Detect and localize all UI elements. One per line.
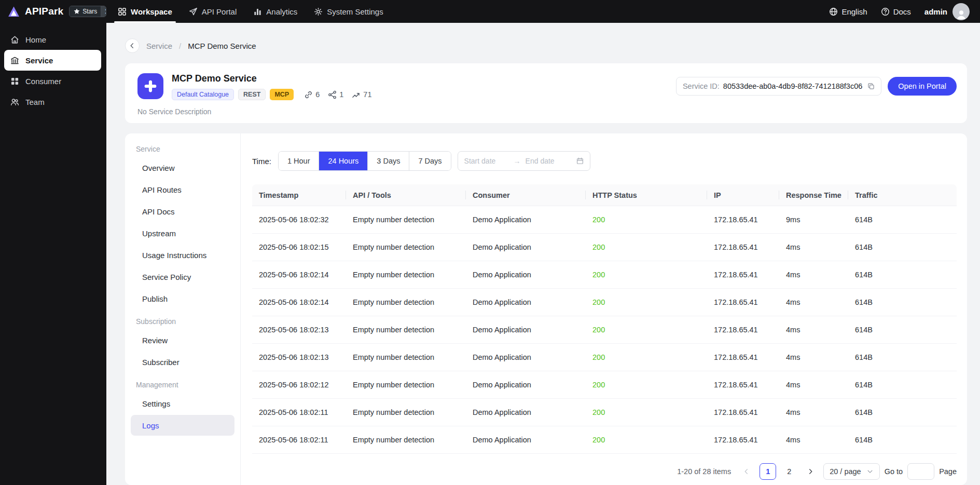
topbar-nav-label: Analytics [266, 7, 297, 16]
service-header-card: MCP Demo Service Default CatalogueRESTMC… [125, 63, 967, 123]
subnav-item-api-docs[interactable]: API Docs [131, 201, 234, 222]
subnav-item-usage-instructions[interactable]: Usage Instructions [131, 245, 234, 265]
cell-timestamp: 2025-05-06 18:02:11 [252, 426, 346, 453]
content-card: ServiceOverviewAPI RoutesAPI DocsUpstrea… [125, 133, 967, 485]
topbar-nav-system-settings[interactable]: System Settings [306, 0, 391, 23]
end-date-input[interactable] [526, 157, 570, 165]
sidebar-item-home[interactable]: Home [4, 29, 101, 50]
cell-api-tools: Empty number detection [346, 289, 466, 316]
page-size-select[interactable]: 20 / page [823, 463, 879, 480]
open-in-portal-button[interactable]: Open in Portal [888, 77, 957, 96]
time-filter-24-hours[interactable]: 24 Hours [319, 152, 367, 170]
gear-icon [314, 7, 323, 16]
subnav-item-review[interactable]: Review [131, 330, 234, 351]
docs-link[interactable]: Docs [881, 7, 911, 16]
user-menu[interactable]: admin [924, 3, 970, 20]
cell-response-time: 4ms [779, 371, 848, 398]
brand[interactable]: APIPark Stars 1.1k [7, 5, 106, 18]
subnav-item-settings[interactable]: Settings [131, 393, 234, 414]
date-range-arrow: → [514, 157, 521, 165]
pagination-page-1[interactable]: 1 [760, 463, 776, 480]
subnav-item-service-policy[interactable]: Service Policy [131, 266, 234, 287]
team-icon [10, 98, 19, 106]
service-id-box: Service ID: 80533dee-ab0a-4db9-8f82-7412… [676, 77, 881, 96]
subnav-item-logs[interactable]: Logs [131, 415, 234, 436]
service-description: No Service Description [137, 107, 957, 116]
sidebar-item-label: Team [25, 98, 45, 106]
cell-consumer: Demo Application [466, 399, 586, 426]
cell-api-tools: Empty number detection [346, 426, 466, 453]
chevron-down-icon [866, 468, 874, 475]
bar-chart-icon [253, 7, 262, 16]
pagination-next-button[interactable] [802, 463, 819, 480]
chevron-left-icon [129, 42, 136, 49]
cell-ip: 172.18.65.41 [707, 371, 779, 398]
stars-count: 1.1k [101, 6, 106, 17]
pagination-prev-button[interactable] [738, 463, 755, 480]
column-header-ip: IP [707, 184, 779, 206]
table-body: 2025-05-06 18:02:32Empty number detectio… [252, 206, 957, 454]
cell-consumer: Demo Application [466, 289, 586, 316]
stars-label: Stars [82, 8, 97, 15]
language-selector[interactable]: English [829, 7, 867, 16]
pagination-page-2[interactable]: 2 [781, 463, 797, 480]
cell-consumer: Demo Application [466, 344, 586, 371]
service-stat-trend: 71 [352, 90, 371, 99]
service-stats: 6171 [304, 90, 371, 99]
github-stars-badge[interactable]: Stars 1.1k [69, 6, 106, 17]
sidebar-item-service[interactable]: Service [4, 50, 101, 71]
subnav-item-overview[interactable]: Overview [131, 157, 234, 178]
cell-traffic: 614B [848, 289, 957, 316]
topbar-nav-analytics[interactable]: Analytics [245, 0, 306, 23]
star-icon [73, 8, 80, 15]
table-row: 2025-05-06 18:02:12Empty number detectio… [252, 371, 957, 399]
grid-icon [118, 7, 127, 16]
date-range-picker[interactable]: → [458, 151, 590, 171]
column-header-api-tools: API / Tools [346, 184, 466, 206]
subnav-item-subscriber[interactable]: Subscriber [131, 352, 234, 372]
cell-api-tools: Empty number detection [346, 316, 466, 343]
goto-page-input[interactable] [907, 463, 934, 480]
start-date-input[interactable] [464, 157, 509, 165]
cell-http-status: 200 [586, 344, 707, 371]
page-label: Page [939, 467, 957, 476]
copy-icon[interactable] [867, 83, 875, 90]
cell-timestamp: 2025-05-06 18:02:11 [252, 399, 346, 426]
time-filter-7-days[interactable]: 7 Days [409, 152, 450, 170]
cell-ip: 172.18.65.41 [707, 289, 779, 316]
topbar-nav-workspace[interactable]: Workspace [109, 0, 181, 23]
subnav-section-service: Service [131, 145, 234, 153]
subnav-item-upstream[interactable]: Upstream [131, 223, 234, 244]
bank-icon [10, 56, 19, 65]
stat-value: 1 [339, 90, 343, 99]
cell-response-time: 4ms [779, 289, 848, 316]
cell-response-time: 4ms [779, 316, 848, 343]
cell-traffic: 614B [848, 344, 957, 371]
sidebar-item-consumer[interactable]: Consumer [4, 71, 101, 91]
subnav-item-api-routes[interactable]: API Routes [131, 179, 234, 200]
cell-consumer: Demo Application [466, 261, 586, 288]
subnav-section-management: Management [131, 381, 234, 389]
topbar: APIPark Stars 1.1k WorkspaceAPI PortalAn… [0, 0, 980, 23]
service-tags: Default CatalogueRESTMCP [172, 89, 294, 100]
topbar-nav-api-portal[interactable]: API Portal [181, 0, 245, 23]
subnav-item-publish[interactable]: Publish [131, 288, 234, 309]
chevron-right-icon [807, 468, 814, 475]
time-filter-1-hour[interactable]: 1 Hour [279, 152, 319, 170]
topbar-nav-label: System Settings [327, 7, 383, 16]
time-filter-3-days[interactable]: 3 Days [367, 152, 409, 170]
sidebar-item-team[interactable]: Team [4, 91, 101, 112]
table-row: 2025-05-06 18:02:32Empty number detectio… [252, 206, 957, 234]
table-row: 2025-05-06 18:02:13Empty number detectio… [252, 344, 957, 371]
cell-traffic: 614B [848, 371, 957, 398]
cell-ip: 172.18.65.41 [707, 399, 779, 426]
globe-icon [829, 7, 838, 16]
breadcrumb: Service / MCP Demo Service [125, 38, 967, 53]
pagination: 1-20 of 28 items 12 20 / page Go to Page [252, 463, 957, 485]
cell-ip: 172.18.65.41 [707, 261, 779, 288]
apps-icon [10, 77, 19, 86]
trend-icon [352, 90, 361, 99]
table-row: 2025-05-06 18:02:13Empty number detectio… [252, 316, 957, 344]
breadcrumb-parent[interactable]: Service [146, 42, 172, 50]
back-button[interactable] [125, 38, 140, 53]
